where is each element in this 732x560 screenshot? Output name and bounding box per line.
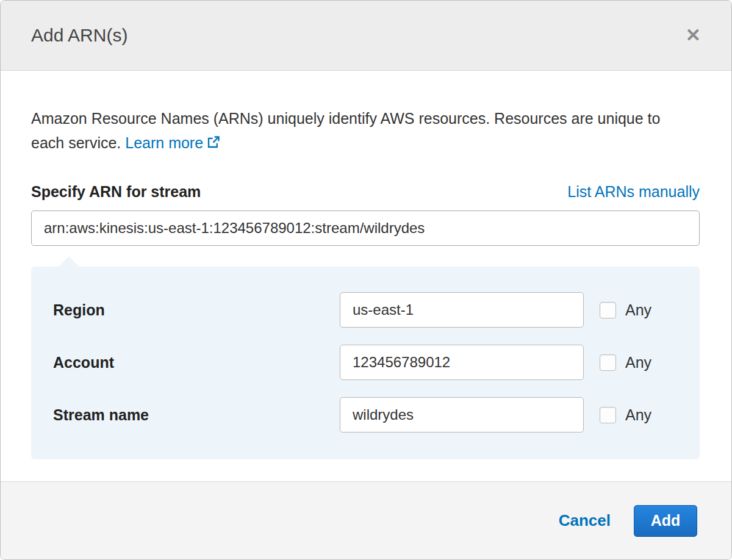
- specify-arn-label: Specify ARN for stream: [31, 183, 201, 201]
- learn-more-label: Learn more: [125, 134, 203, 151]
- account-label: Account: [53, 354, 340, 372]
- arn-input[interactable]: [31, 210, 700, 246]
- account-any-wrap: Any: [600, 354, 651, 372]
- region-any-label: Any: [625, 301, 651, 319]
- close-icon[interactable]: ✕: [686, 26, 701, 45]
- stream-name-input[interactable]: [340, 397, 584, 433]
- account-row: Account Any: [53, 345, 678, 380]
- region-row: Region Any: [53, 292, 678, 328]
- arn-description: Amazon Resource Names (ARNs) uniquely id…: [31, 106, 678, 155]
- modal-title: Add ARN(s): [31, 25, 127, 46]
- stream-name-label: Stream name: [53, 406, 340, 424]
- region-any-wrap: Any: [600, 301, 651, 319]
- arn-label-row: Specify ARN for stream List ARNs manuall…: [31, 183, 700, 201]
- arn-components-panel: Region Any Account Any Stream name: [31, 267, 700, 459]
- account-input[interactable]: [340, 345, 584, 380]
- stream-name-any-wrap: Any: [600, 406, 651, 424]
- account-any-checkbox[interactable]: [600, 354, 616, 371]
- learn-more-link[interactable]: Learn more: [125, 134, 220, 151]
- stream-name-row: Stream name Any: [53, 397, 678, 433]
- modal-footer: Cancel Add: [1, 481, 731, 559]
- account-any-label: Any: [625, 354, 651, 372]
- add-button[interactable]: Add: [634, 505, 697, 537]
- region-any-checkbox[interactable]: [600, 302, 616, 318]
- region-label: Region: [53, 301, 340, 319]
- stream-name-any-checkbox[interactable]: [600, 407, 616, 423]
- list-arns-manually-link[interactable]: List ARNs manually: [567, 183, 700, 201]
- stream-name-any-label: Any: [625, 406, 651, 424]
- cancel-button[interactable]: Cancel: [559, 511, 611, 530]
- modal-body: Amazon Resource Names (ARNs) uniquely id…: [1, 71, 731, 481]
- add-arns-modal: Add ARN(s) ✕ Amazon Resource Names (ARNs…: [0, 0, 732, 560]
- external-link-icon: [207, 131, 220, 156]
- modal-header: Add ARN(s) ✕: [1, 1, 731, 71]
- region-input[interactable]: [340, 292, 584, 328]
